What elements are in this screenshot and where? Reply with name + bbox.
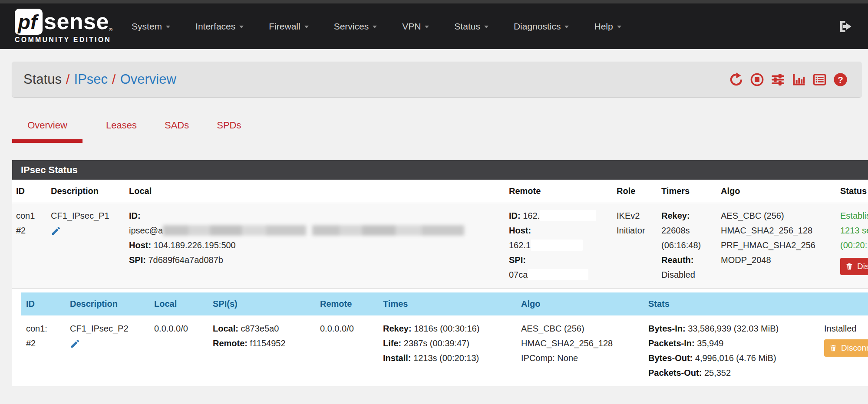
child-status-cell: Installed Disconnect [818,315,868,380]
ike-description-cell: CF1_IPsec_P1 [47,203,125,288]
ike-id-cell: con1 #2 [12,203,47,288]
label: SPI: [509,255,526,265]
child-disconnect-button[interactable]: Disconnect [824,339,868,357]
chevron-down-icon [373,26,377,28]
tab-overview[interactable]: Overview [12,120,83,143]
breadcrumb: Status/IPsec/Overview [23,72,176,87]
redacted-white [528,269,588,280]
child-spi-remote: f1154952 [250,338,286,348]
ike-local-host: 104.189.226.195:500 [154,240,236,250]
help-icon[interactable]: ? [833,72,848,87]
chevron-down-icon [564,26,569,28]
window-top-strip [0,0,868,3]
child-local-net: 0.0.0.0/0 [154,321,205,336]
child-algo-enc: AES_CBC (256) [521,321,642,336]
ike-id-num: #2 [16,223,47,238]
menu-label: Interfaces [195,21,235,32]
ike-timers-cell: Rekey: 22608s (06:16:48) Reauth: Disable… [657,203,717,288]
child-bytes-out: 4,996,016 (4.76 MiB) [695,353,776,363]
child-remote-cell: 0.0.0.0/0 [314,315,377,380]
ike-rekey-hms: (06:16:48) [661,238,717,253]
menu-firewall[interactable]: Firewall [269,21,308,32]
breadcrumb-section: Status [23,72,62,87]
ike-id: con1 [16,208,47,223]
redacted-blur [163,225,306,236]
child-spi-local: c873e5a0 [241,324,279,333]
menu-interfaces[interactable]: Interfaces [195,21,244,32]
edit-pencil-icon[interactable] [51,226,61,236]
sliders-icon[interactable] [771,72,785,87]
label: Life: [383,338,401,348]
menu-diagnostics[interactable]: Diagnostics [514,21,569,32]
tab-spds[interactable]: SPDs [217,120,241,143]
child-id-cell: con1: #2 [21,315,66,380]
menu-vpn[interactable]: VPN [402,21,429,32]
child-algo-hash: HMAC_SHA2_256_128 [521,336,642,351]
ike-algo-enc: AES_CBC (256) [721,208,836,223]
ike-algo-hash: HMAC_SHA2_256_128 [721,223,836,238]
sign-out-icon[interactable] [837,19,853,34]
ike-status-cell: Established 1213 seconds (00:20:13) Disc… [836,203,868,288]
child-sa-section: ID Description Local SPI(s) Remote Times… [12,288,868,386]
ike-remote-host: 162.1 [509,240,531,250]
edit-pencil-icon[interactable] [70,338,80,349]
tab-sads[interactable]: SADs [165,120,189,143]
ike-table: ID Description Local Remote Role Timers … [12,180,868,386]
ike-remote-spi: 07ca [509,270,528,279]
menu-label: Services [334,21,369,32]
stop-icon[interactable] [750,72,764,87]
ike-description: CF1_IPsec_P1 [51,208,125,223]
col-header-timers: Timers [657,180,717,203]
ike-local-cell: ID: ipsec@a Host: 104.189.226.195:500 SP… [125,203,505,288]
list-icon[interactable] [812,72,827,87]
chevron-down-icon [239,26,244,28]
menu-label: VPN [402,21,421,32]
redacted-white [531,240,583,251]
registered-mark: ® [109,27,112,32]
child-local-cell: 0.0.0.0/0 [149,315,205,380]
col-header-description: Description [47,180,125,203]
status-age-seconds: 1213 seconds [840,223,868,238]
menu-status[interactable]: Status [454,21,488,32]
child-algo-cell: AES_CBC (256) HMAC_SHA2_256_128 IPComp: … [516,315,642,380]
tab-leases[interactable]: Leases [106,120,137,143]
menu-system[interactable]: System [132,21,170,32]
breadcrumb-link-overview[interactable]: Overview [120,72,176,87]
col-header-times: Times [377,292,516,315]
label: ID: [129,211,141,220]
pfsense-logo[interactable]: pf sense ® COMMUNITY EDITION [15,9,112,44]
disconnect-label: Disconnect [841,343,868,353]
page-toolbar: ? [729,72,848,87]
ike-role2: Initiator [617,223,657,238]
breadcrumb-bar: Status/IPsec/Overview ? [12,62,861,97]
menu-label: Diagnostics [514,21,561,32]
label: ID: [509,211,521,220]
ike-table-header-row: ID Description Local Remote Role Timers … [12,180,868,203]
ipsec-status-panel: IPsec Status ID Description Local Remote… [12,160,868,386]
ike-rekey-seconds: 22608s [661,223,717,238]
disconnect-button[interactable]: Disconnect [840,258,868,275]
child-times-cell: Rekey: 1816s (00:30:16) Life: 2387s (00:… [377,315,516,380]
child-packets-in: 35,949 [697,338,723,348]
ike-local-spi: 7d689f64a7ad087b [148,255,223,265]
menu-help[interactable]: Help [594,21,621,32]
col-header-remote: Remote [505,180,613,203]
redacted-blur [312,225,464,236]
col-header-description: Description [66,292,149,315]
pfsense-logo-sense: sense [44,9,109,34]
ike-reauth: Disabled [661,267,717,282]
breadcrumb-link-ipsec[interactable]: IPsec [74,72,108,87]
table-row: con1: #2 CF1_IPsec_P2 0.0.0.0/0 Local: c… [21,315,868,380]
disconnect-label: Disconnect [857,262,868,271]
bar-chart-icon[interactable] [792,72,806,87]
label: Install: [383,353,411,363]
breadcrumb-separator: / [108,72,120,87]
col-header-local: Local [125,180,505,203]
col-header-algo: Algo [717,180,836,203]
child-description: CF1_IPsec_P2 [70,321,149,336]
col-header-algo: Algo [516,292,642,315]
menu-services[interactable]: Services [334,21,377,32]
chevron-down-icon [425,26,429,28]
refresh-icon[interactable] [729,72,743,87]
navbar-menu: System Interfaces Firewall Services VPN … [132,21,647,32]
